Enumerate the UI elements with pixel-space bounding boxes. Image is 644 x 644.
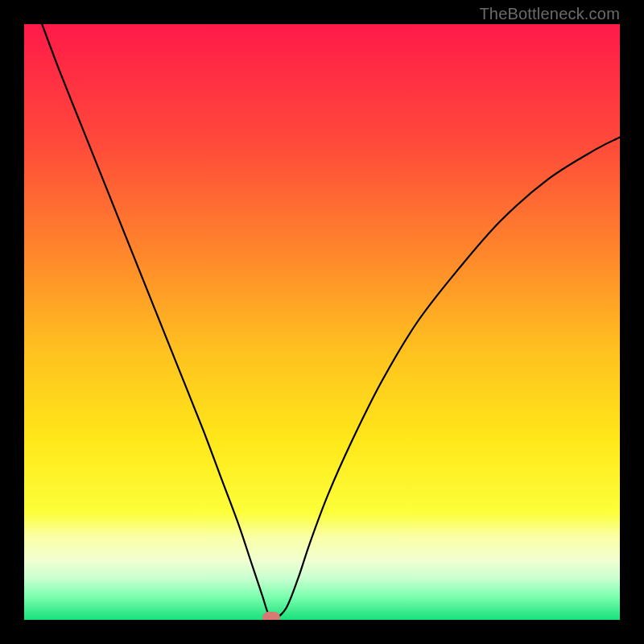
plot-area (24, 24, 620, 620)
bottleneck-curve (24, 24, 620, 620)
watermark-text: TheBottleneck.com (479, 5, 620, 23)
minimum-marker (262, 612, 280, 620)
chart-frame: TheBottleneck.com (0, 0, 644, 644)
